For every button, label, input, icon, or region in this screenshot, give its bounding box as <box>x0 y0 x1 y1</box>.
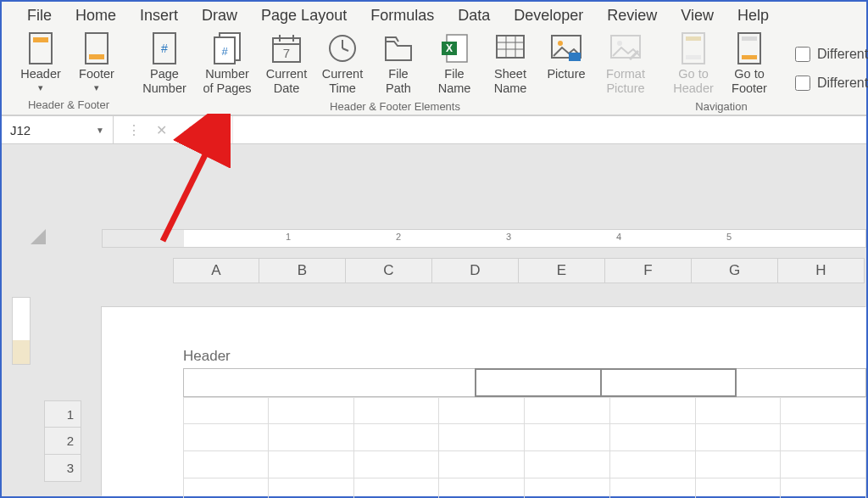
svg-line-16 <box>342 48 348 51</box>
header-right-cell[interactable] <box>737 368 866 397</box>
menu-data[interactable]: Data <box>458 7 490 25</box>
chevron-down-icon[interactable]: ▼ <box>96 126 104 135</box>
menu-file[interactable]: File <box>27 7 52 25</box>
menu-view[interactable]: View <box>681 7 714 25</box>
worksheet-area: 1 2 3 4 5 A B C D E F G H 1 2 3 Header <box>2 197 866 496</box>
column-header[interactable]: A <box>173 258 259 283</box>
current-time-button[interactable]: Current Time <box>319 31 366 95</box>
cell[interactable] <box>269 451 354 478</box>
cell[interactable] <box>183 451 269 478</box>
chevron-down-icon: ▾ <box>38 82 43 93</box>
footer-button[interactable]: Footer ▾ <box>73 31 120 93</box>
menu-home[interactable]: Home <box>75 7 116 25</box>
column-header[interactable]: D <box>432 258 519 283</box>
fx-icon[interactable]: fx <box>209 122 219 137</box>
current-date-button[interactable]: 7 Current Date <box>263 31 310 95</box>
cell[interactable] <box>439 424 525 451</box>
cell[interactable] <box>525 451 610 478</box>
header-button[interactable]: Header ▾ <box>17 31 64 93</box>
cell[interactable] <box>696 424 782 451</box>
menu-formulas[interactable]: Formulas <box>370 7 434 25</box>
page-number-icon: # <box>147 31 181 65</box>
cell[interactable] <box>269 397 354 424</box>
group-navigation: Go to Header Go to Footer Navigation <box>663 31 780 113</box>
column-header[interactable]: G <box>692 258 778 283</box>
cell[interactable] <box>781 451 866 478</box>
different-first-checkbox[interactable]: Different <box>795 47 868 62</box>
header-center-cell-2[interactable] <box>601 368 737 397</box>
cell[interactable] <box>525 424 610 451</box>
cell[interactable] <box>610 451 696 478</box>
column-header[interactable]: H <box>778 258 865 283</box>
group-label: Navigation <box>695 100 747 113</box>
column-header[interactable]: B <box>259 258 346 283</box>
different-odd-checkbox[interactable]: Different <box>795 76 868 91</box>
row-header[interactable]: 2 <box>44 428 81 455</box>
cell[interactable] <box>183 478 269 498</box>
row-header[interactable]: 3 <box>44 455 81 482</box>
checkbox[interactable] <box>795 47 810 62</box>
cell[interactable] <box>269 424 354 451</box>
column-header[interactable]: C <box>346 258 432 283</box>
cell[interactable] <box>696 478 782 498</box>
goto-footer-button[interactable]: Go to Footer <box>726 31 773 95</box>
formula-input[interactable] <box>233 116 866 143</box>
menu-insert[interactable]: Insert <box>140 7 178 25</box>
svg-text:X: X <box>446 42 453 54</box>
accept-icon: ✓ <box>182 122 193 138</box>
cell[interactable] <box>354 478 440 498</box>
menu-page-layout[interactable]: Page Layout <box>261 7 347 25</box>
svg-point-29 <box>617 41 622 46</box>
cell[interactable] <box>781 397 866 424</box>
menu-help[interactable]: Help <box>737 7 769 25</box>
cell[interactable] <box>610 397 696 424</box>
cell[interactable] <box>696 397 782 424</box>
sheet-icon <box>493 31 527 65</box>
column-header[interactable]: E <box>519 258 605 283</box>
cell[interactable] <box>696 451 782 478</box>
cell[interactable] <box>610 424 696 451</box>
cell[interactable] <box>354 424 440 451</box>
cell-reference: J12 <box>10 123 31 137</box>
cell[interactable] <box>781 478 866 498</box>
column-header[interactable]: F <box>605 258 692 283</box>
sheet-name-button[interactable]: Sheet Name <box>487 31 534 95</box>
svg-rect-31 <box>686 36 701 41</box>
cell[interactable] <box>183 397 269 424</box>
cell[interactable] <box>439 478 525 498</box>
cell[interactable] <box>439 397 525 424</box>
menu-developer[interactable]: Developer <box>514 7 583 25</box>
menu-draw[interactable]: Draw <box>202 7 237 25</box>
row-header[interactable]: 1 <box>44 400 81 428</box>
svg-rect-35 <box>742 55 757 59</box>
goto-header-icon <box>676 31 710 65</box>
number-of-pages-button[interactable]: # Number of Pages <box>200 31 254 95</box>
svg-text:7: 7 <box>283 46 290 60</box>
cell[interactable] <box>354 451 440 478</box>
cancel-icon: ✕ <box>156 122 167 138</box>
file-path-button[interactable]: File Path <box>375 31 422 95</box>
cell[interactable] <box>525 397 610 424</box>
menu-review[interactable]: Review <box>607 7 657 25</box>
format-picture-icon <box>609 31 643 65</box>
header-left-cell[interactable] <box>183 368 475 397</box>
cell[interactable] <box>525 478 610 498</box>
cell[interactable] <box>439 451 525 478</box>
cell[interactable] <box>269 478 354 498</box>
picture-button[interactable]: Picture <box>542 31 590 95</box>
name-box[interactable]: J12 ▼ <box>2 116 114 143</box>
header-center-cell[interactable] <box>475 368 602 397</box>
cell[interactable] <box>610 478 696 498</box>
file-name-button[interactable]: X File Name <box>431 31 478 95</box>
checkbox[interactable] <box>795 76 810 91</box>
dots-icon: ⋮ <box>127 122 141 138</box>
cell-grid <box>183 397 866 498</box>
cell[interactable] <box>781 424 866 451</box>
cell[interactable] <box>354 397 440 424</box>
select-all-triangle[interactable] <box>31 229 46 244</box>
vertical-ruler <box>12 297 31 365</box>
cell[interactable] <box>183 424 269 451</box>
svg-rect-32 <box>686 55 701 59</box>
horizontal-ruler: 1 2 3 4 5 <box>102 229 866 248</box>
page-number-button[interactable]: # Page Number <box>137 31 192 95</box>
